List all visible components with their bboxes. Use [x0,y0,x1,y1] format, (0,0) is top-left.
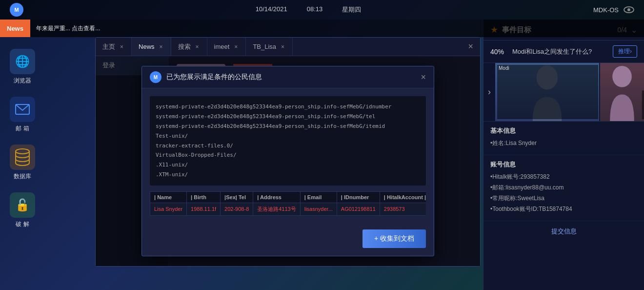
cell-birth: 1988.11.1f [187,203,221,215]
tab-tb-lisa-label: TB_Lisa [253,43,276,50]
desktop: PRIORD M 10/14/2021 08:13 星期四 MDK-OS New… [0,0,644,290]
cell-email: lisasnyder... [300,203,337,215]
cell-address: 圣洛迪路4113号 [253,203,300,215]
os-name: MDK-OS [593,6,619,14]
topbar-time: 08:13 [307,5,323,14]
basic-info-section: 基本信息 •姓名:Lisa Snyder [483,122,644,155]
account-info-title: 账号信息 [490,160,637,169]
cell-sex-tel: 202-908-8 [221,203,253,215]
tab-news-close[interactable]: × [159,43,164,51]
text-line-1: systemd-private-e2d3d4b20e848g523344ea9-… [156,102,420,112]
cell-hitalk: 2938573 [380,203,426,215]
text-line-5: tracker-extract-files.0/ [156,141,420,151]
database-icon [10,145,35,170]
name-info: •姓名:Lisa Snyder [490,139,637,147]
sidebar-item-browser[interactable]: 🌐 浏览器 [10,49,35,85]
modal-text-block: systemd-private-e2d3d4b20e848g523344ea9-… [150,96,426,185]
sidebar-item-crack[interactable]: 🔓 破 解 [10,192,35,228]
tab-home-label: 主页 [102,42,115,51]
mail-label: 邮 箱 [16,124,29,133]
right-panel: ★ 事件目标 0/4 ⌄ 40% Modi和Lisa之间发生了什么? 推理› › [483,20,644,290]
topbar-right: MDK-OS [593,6,634,14]
text-line-7: .X11-unix/ [156,160,420,170]
th-hitalk: | HitalkAccount | [380,191,426,203]
progress-row: 40% Modi和Lisa之间发生了什么? 推理› [483,41,644,63]
eye-icon [624,6,634,13]
collect-button[interactable]: + 收集到文档 [362,229,426,248]
tab-search[interactable]: 搜索 × [171,38,207,56]
modal-overlay: M 已为您展示满足条件的公民信息 × systemd-private-e2d3d… [96,56,480,266]
char-name-modi: Modi [497,65,598,119]
cell-name: Lisa Snyder [150,203,187,215]
th-idnumber: | IDnumber [337,191,380,203]
tab-news-label: News [139,43,155,50]
th-email: | Email [300,191,337,203]
modal-title: 已为您展示满足条件的公民信息 [166,73,262,82]
tab-search-close[interactable]: × [195,43,200,51]
topbar-center: 10/14/2021 08:13 星期四 [256,5,362,14]
tab-home[interactable]: 主页 × [96,38,132,56]
topbar-date: 10/14/2021 [256,5,287,14]
sidebar-item-mail[interactable]: 邮 箱 [10,97,35,133]
submit-row: 提交信息 [483,221,644,242]
text-line-2: systemd-private-e2d3d4b20e848g523344ea9-… [156,112,420,122]
browser-close-button[interactable]: × [461,41,480,52]
modal-logo: M [150,71,161,83]
th-name: | Name [150,191,187,203]
topbar-weekday: 星期四 [342,5,361,14]
tab-imeet-label: imeet [214,43,230,50]
browser-window: 主页 × News × 搜索 × imeet × TB_Lisa × × [95,37,481,267]
th-address: | Address [253,191,300,203]
tab-search-label: 搜索 [178,42,191,51]
cell-idnumber: AG012198811 [337,203,380,215]
basic-info-title: 基本信息 [490,126,637,135]
modal-close-button[interactable]: × [421,72,426,83]
tab-tb-lisa-close[interactable]: × [280,43,285,51]
char-main-area: Modi Lisa Snyder [495,63,644,121]
text-line-8: .XTM-unix/ [156,170,420,180]
tab-imeet-close[interactable]: × [233,43,239,51]
text-line-6: VirtualBox-Dropped-Files/ [156,150,420,160]
char-slot-left: Modi [495,63,599,121]
tab-imeet[interactable]: imeet × [207,38,246,56]
char-name-lisa: Lisa Snyder [642,90,644,119]
modal-table-container: | Name | Birth |Sex| Tel | Address | Ema… [150,191,426,216]
modal-table: | Name | Birth |Sex| Tel | Address | Ema… [150,191,426,216]
svg-point-1 [16,149,29,154]
sidebar-item-database[interactable]: 数据库 [10,145,35,181]
news-label: News [0,20,30,37]
email-info: •邮箱:lisasnyder88@uu.com [490,184,637,192]
tab-bar: 主页 × News × 搜索 × imeet × TB_Lisa × × [96,38,480,56]
tuili-button[interactable]: 推理› [613,45,637,58]
modal-header: M 已为您展示满足条件的公民信息 × [142,66,434,88]
toothbook-info: •Toothbook账号ID:TB15874784 [490,205,637,213]
topbar: M 10/14/2021 08:13 星期四 MDK-OS [0,0,644,20]
modal-dialog: M 已为您展示满足条件的公民信息 × systemd-private-e2d3d… [141,66,434,256]
browser-label: 浏览器 [14,77,31,85]
modal-header-left: M 已为您展示满足条件的公民信息 [150,71,262,83]
hitalk-info: •Hitalk账号:293857382 [490,173,637,181]
tab-home-close[interactable]: × [119,43,124,51]
database-label: 数据库 [14,172,31,181]
topbar-left: M [10,3,23,17]
text-line-3: systemd-private-e2d3d4b20e848g523344ea9-… [156,122,420,131]
char-prev-arrow[interactable]: › [483,63,495,121]
account-info-section: 账号信息 •Hitalk账号:293857382 •邮箱:lisasnyder8… [483,155,644,221]
th-sex-tel: |Sex| Tel [221,191,253,203]
tab-news[interactable]: News × [132,38,171,56]
browser-content: 登录 SweetLisa TB15874784 [96,56,480,266]
mail-icon [10,97,35,122]
topbar-logo: M [10,3,23,17]
crack-icon: 🔓 [10,192,35,218]
tab-tb-lisa[interactable]: TB_Lisa × [246,38,293,56]
crack-label: 破 解 [16,220,29,228]
character-area: › Modi [483,63,644,122]
submit-button[interactable]: 提交信息 [551,227,577,236]
table-row: Lisa Snyder 1988.11.1f 202-908-8 圣洛迪路411… [150,203,426,215]
news-ticker: News 年来最严重... 点击查看... [0,20,644,37]
modal-body: systemd-private-e2d3d4b20e848g523344ea9-… [142,88,434,229]
modal-footer: + 收集到文档 [142,229,434,256]
char-slot-right: Lisa Snyder [600,63,644,121]
progress-percent: 40% [490,48,507,56]
th-birth: | Birth [187,191,221,203]
